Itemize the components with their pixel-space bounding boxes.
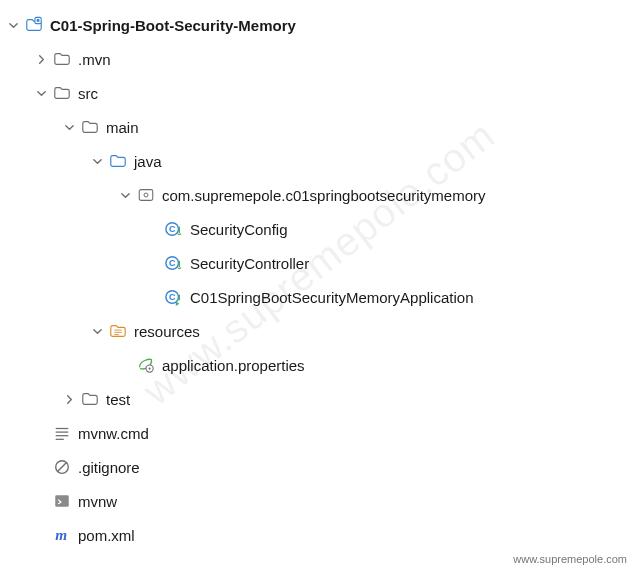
tree-label: src [78, 85, 98, 102]
chevron-down-icon[interactable] [60, 118, 78, 136]
chevron-down-icon[interactable] [32, 84, 50, 102]
tree-row-class-securityconfig[interactable]: C SecurityConfig [4, 212, 633, 246]
text-file-icon [52, 423, 72, 443]
gitignore-icon [52, 457, 72, 477]
svg-rect-1 [37, 19, 40, 22]
folder-icon [52, 49, 72, 69]
tree-row-class-securitycontroller[interactable]: C SecurityController [4, 246, 633, 280]
chevron-down-icon[interactable] [88, 322, 106, 340]
tree-label: resources [134, 323, 200, 340]
java-class-icon: C [164, 219, 184, 239]
tree-row-java[interactable]: java [4, 144, 633, 178]
svg-text:C: C [169, 292, 176, 302]
tree-row-main[interactable]: main [4, 110, 633, 144]
package-icon [136, 185, 156, 205]
tree-row-resources[interactable]: resources [4, 314, 633, 348]
folder-icon [80, 389, 100, 409]
tree-row-root[interactable]: C01-Spring-Boot-Security-Memory [4, 8, 633, 42]
tree-row-mvnw[interactable]: mvnw [4, 484, 633, 518]
java-runnable-class-icon: C [164, 287, 184, 307]
tree-label: com.supremepole.c01springbootsecuritymem… [162, 187, 485, 204]
svg-line-20 [58, 463, 67, 472]
java-class-icon: C [164, 253, 184, 273]
folder-icon [52, 83, 72, 103]
svg-text:C: C [169, 224, 176, 234]
module-folder-icon [24, 15, 44, 35]
tree-label: SecurityConfig [190, 221, 288, 238]
tree-row-mvnwcmd[interactable]: mvnw.cmd [4, 416, 633, 450]
chevron-down-icon[interactable] [4, 16, 22, 34]
tree-label: java [134, 153, 162, 170]
tree-label: mvnw [78, 493, 117, 510]
tree-label: C01SpringBootSecurityMemoryApplication [190, 289, 473, 306]
chevron-down-icon[interactable] [88, 152, 106, 170]
svg-rect-21 [55, 495, 69, 507]
tree-row-test[interactable]: test [4, 382, 633, 416]
tree-label: .gitignore [78, 459, 140, 476]
tree-label: test [106, 391, 130, 408]
spring-properties-icon [136, 355, 156, 375]
tree-row-app-properties[interactable]: application.properties [4, 348, 633, 382]
svg-text:C: C [169, 258, 176, 268]
tree-label: .mvn [78, 51, 111, 68]
tree-row-pom[interactable]: m pom.xml [4, 518, 633, 552]
svg-point-3 [144, 193, 148, 197]
tree-label: pom.xml [78, 527, 135, 544]
svg-rect-2 [139, 190, 153, 201]
footer-watermark: www.supremepole.com [513, 553, 627, 565]
tree-row-gitignore[interactable]: .gitignore [4, 450, 633, 484]
tree-label: SecurityController [190, 255, 309, 272]
resources-folder-icon [108, 321, 128, 341]
tree-row-mvn[interactable]: .mvn [4, 42, 633, 76]
tree-label: main [106, 119, 139, 136]
tree-label: mvnw.cmd [78, 425, 149, 442]
maven-pom-icon: m [52, 525, 72, 545]
chevron-right-icon[interactable] [32, 50, 50, 68]
chevron-right-icon[interactable] [60, 390, 78, 408]
tree-row-package[interactable]: com.supremepole.c01springbootsecuritymem… [4, 178, 633, 212]
chevron-down-icon[interactable] [116, 186, 134, 204]
source-folder-icon [108, 151, 128, 171]
tree-row-src[interactable]: src [4, 76, 633, 110]
svg-text:m: m [55, 526, 67, 543]
tree-row-class-application[interactable]: C C01SpringBootSecurityMemoryApplication [4, 280, 633, 314]
tree-label: application.properties [162, 357, 305, 374]
shell-script-icon [52, 491, 72, 511]
svg-point-14 [149, 368, 151, 370]
tree-label: C01-Spring-Boot-Security-Memory [50, 17, 296, 34]
folder-icon [80, 117, 100, 137]
